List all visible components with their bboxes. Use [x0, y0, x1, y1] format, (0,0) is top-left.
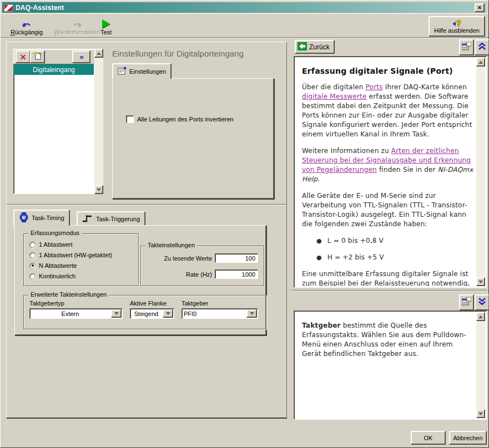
cancel-button[interactable]: Abbrechen: [449, 431, 487, 445]
expand-channel-list-button[interactable]: »: [72, 50, 90, 63]
scroll-down-icon[interactable]: [476, 277, 485, 286]
aktive-flanke-field: Aktive Flanke Steigend: [130, 300, 174, 319]
scroll-up-icon[interactable]: [476, 312, 485, 321]
app-icon: [4, 4, 13, 11]
help-title: Erfassung digitaler Signale (Port): [302, 67, 474, 76]
new-page-icon: [33, 52, 42, 62]
text-run: H = +2 bis +5 V: [327, 253, 384, 262]
ok-button[interactable]: OK: [411, 431, 446, 445]
radio-icon[interactable]: [29, 273, 36, 279]
scroll-down-icon[interactable]: [94, 185, 103, 194]
text-run: Über die digitalen: [302, 83, 366, 91]
dock-window-icon: [462, 297, 471, 308]
run-test-icon: [102, 19, 110, 28]
task-timing-tab-page: Erfassungsmodus 1 Abtastwert 1 Abtastwer…: [14, 225, 266, 335]
text-run: finden Sie in der: [377, 166, 438, 174]
radio-icon[interactable]: [29, 263, 36, 269]
window-title: DAQ-Assistent: [16, 4, 64, 12]
channel-toolbar: ✕ »: [13, 49, 95, 65]
dropdown-arrow-icon[interactable]: [111, 309, 122, 318]
dock-detail-button[interactable]: [459, 294, 474, 310]
expand-detail-button[interactable]: [475, 294, 489, 310]
test-button[interactable]: Test: [93, 16, 119, 35]
close-button[interactable]: ✕: [475, 3, 485, 12]
group-legend: Takteinstellungen: [145, 242, 197, 248]
undo-button[interactable]: Rückgängig: [5, 16, 48, 35]
help-divider: [291, 290, 487, 291]
takteinstellungen-group: Takteinstellungen Zu lesende Werte Rate …: [140, 246, 264, 286]
help-paragraph: Taktgeber bestimmt die Quelle des Erfass…: [302, 321, 474, 359]
einstellungen-tab-page: Alle Leitungen des Ports invertieren: [112, 78, 274, 199]
rate-input[interactable]: [215, 269, 258, 279]
back-arrow-icon: [298, 42, 307, 52]
radio-icon[interactable]: [29, 242, 36, 248]
help-link[interactable]: Ports: [366, 83, 383, 91]
hide-help-label: Hilfe ausblenden: [434, 27, 480, 34]
radio-n-abtastwerte[interactable]: N Abtastwerte: [29, 262, 77, 269]
help-link[interactable]: digitale Messwerte: [302, 93, 367, 100]
group-legend: Erweiterte Takteinstellungen: [28, 291, 109, 298]
undo-label: Rückgängig: [11, 29, 43, 35]
scroll-up-icon[interactable]: [476, 58, 485, 67]
radio-kontinuierlich[interactable]: Kontinuierlich: [29, 273, 75, 279]
invert-lines-checkbox[interactable]: [126, 115, 134, 123]
text-run: Weitere Informationen zu: [302, 147, 391, 155]
hide-help-button[interactable]: ? Hilfe ausblenden: [428, 16, 485, 37]
back-label: Zurück: [309, 43, 330, 51]
values-to-read-row: Zu lesende Werte: [144, 253, 258, 263]
aktive-flanke-label: Aktive Flanke: [130, 300, 167, 307]
rate-row: Rate (Hz): [144, 269, 258, 279]
dock-help-button[interactable]: [459, 39, 474, 55]
values-to-read-input[interactable]: [215, 253, 258, 263]
tab-label: Einstellungen: [129, 68, 166, 75]
bullet-icon: ●: [316, 253, 322, 262]
aktive-flanke-dropdown[interactable]: Steigend: [130, 308, 174, 319]
collapse-help-button[interactable]: [475, 39, 489, 55]
text-run: L = 0 bis +0,8 V: [327, 236, 384, 246]
context-help-scrollbar[interactable]: [476, 312, 485, 418]
delete-channel-button[interactable]: ✕: [16, 50, 31, 63]
help-paragraph: Eine unmittelbare Erfassung digitaler Si…: [302, 269, 474, 286]
dropdown-arrow-icon[interactable]: [163, 309, 173, 318]
scroll-up-icon[interactable]: [94, 49, 103, 58]
dropdown-arrow-icon[interactable]: [246, 309, 257, 318]
tab-einstellungen[interactable]: Einstellungen: [112, 63, 172, 79]
context-help-content: Taktgeber bestimmt die Quelle des Erfass…: [295, 312, 476, 418]
text-run: Taktgeber: [302, 322, 341, 329]
list-item-digitaleingang[interactable]: Digitaleingang: [14, 64, 94, 75]
trigger-edge-icon: [82, 214, 93, 224]
help-scrollbar[interactable]: [476, 58, 485, 286]
erweiterte-takteinstellungen-group: Erweiterte Takteinstellungen Taktgeberty…: [23, 295, 266, 329]
undo-icon: [21, 19, 33, 28]
channel-list-scrollbar[interactable]: [94, 49, 103, 194]
double-chevron-down-icon: [478, 297, 486, 308]
back-button[interactable]: Zurück: [295, 40, 335, 54]
taktgebertyp-dropdown[interactable]: Extern: [29, 308, 123, 319]
add-channel-button[interactable]: [30, 50, 45, 63]
page-title: Einstellungen für Digitalporteingang: [112, 49, 244, 58]
tab-label: Task-Triggerung: [96, 216, 140, 222]
taktgeber-dropdown[interactable]: PFI0: [182, 308, 258, 319]
radio-icon[interactable]: [29, 252, 36, 258]
delete-icon: ✕: [20, 53, 27, 61]
radio-1-abtastwert-hw[interactable]: 1 Abtastwert (HW-getaktet): [29, 252, 112, 258]
help-bubble-icon: ?: [452, 19, 461, 27]
properties-icon: [118, 67, 127, 76]
values-to-read-label: Zu lesende Werte: [144, 255, 212, 262]
tab-task-triggerung[interactable]: Task-Triggerung: [77, 211, 145, 226]
help-paragraph: Weitere Informationen zu Arten der zeitl…: [302, 146, 474, 184]
clock-icon: [19, 212, 29, 223]
erfassungsmodus-group: Erfassungsmodus 1 Abtastwert 1 Abtastwer…: [23, 233, 139, 286]
taktgebertyp-label: Taktgebertyp: [29, 300, 64, 307]
scroll-down-icon[interactable]: [476, 409, 485, 418]
tab-task-timing[interactable]: Task-Timing: [13, 210, 70, 226]
invert-lines-option[interactable]: Alle Leitungen des Ports invertieren: [126, 115, 234, 123]
taktgeber-field: Taktgeber PFI0: [182, 300, 258, 319]
taktgebertyp-field: Taktgebertyp Extern: [29, 300, 123, 319]
redo-icon: [71, 19, 83, 28]
double-chevron-up-icon: [478, 42, 486, 53]
text-run: .: [317, 175, 320, 183]
help-bullet-item: ●H = +2 bis +5 V: [316, 253, 474, 262]
invert-lines-label: Alle Leitungen des Ports invertieren: [137, 116, 234, 123]
radio-1-abtastwert[interactable]: 1 Abtastwert: [29, 241, 73, 248]
